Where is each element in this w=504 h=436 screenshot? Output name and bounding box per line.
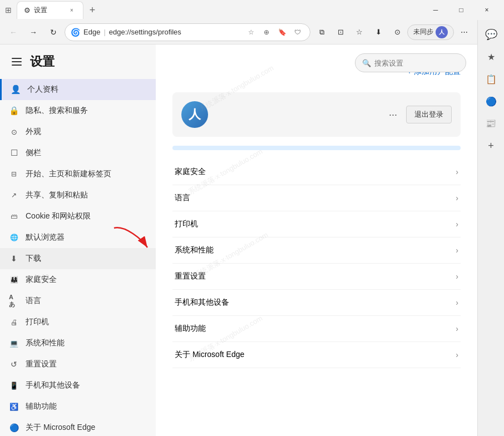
collections-btn[interactable]: ⧉: [313, 23, 330, 41]
nav-item-appearance[interactable]: ⊙ 外观: [0, 121, 156, 142]
nav-item-cookies[interactable]: 🗃 Cookie 和网站权限: [0, 206, 156, 227]
back-btn[interactable]: ←: [4, 23, 22, 41]
address-bar-container[interactable]: 🌀 Edge | ☆ ⊕ 🔖 🛡: [65, 23, 310, 41]
tab-bar: ⚙ 设置 × +: [17, 1, 421, 19]
reset-item-label: 重置设置: [175, 271, 206, 281]
sync-btn[interactable]: 未同步 人: [407, 24, 454, 40]
nav-item-privacy[interactable]: 🔒 隐私、搜索和服务: [0, 100, 156, 121]
nav-item-accessibility[interactable]: ♿ 辅助功能: [0, 396, 156, 417]
accessibility-item-label: 辅助功能: [175, 324, 206, 334]
nav-item-mobile[interactable]: 📱 手机和其他设备: [0, 375, 156, 396]
favorite-btn[interactable]: ☆: [244, 26, 258, 39]
appearance-label: 外观: [26, 127, 41, 137]
collections-sidebar-btn[interactable]: 📋: [481, 69, 501, 89]
minimize-btn[interactable]: ─: [423, 1, 448, 19]
nav-item-printer[interactable]: 🖨 打印机: [0, 311, 156, 333]
shield-btn[interactable]: 🛡: [291, 26, 304, 39]
list-item-language[interactable]: 语言 ›: [172, 185, 461, 211]
nav-bar: ← → ↻ 🌀 Edge | ☆ ⊕ 🔖 🛡 ⧉ ⊡ ☆ ⬇ ⊙ 未同步: [0, 20, 477, 44]
start-icon: ⊟: [9, 169, 19, 179]
list-item-accessibility[interactable]: 辅助功能 ›: [172, 316, 461, 342]
new-tab-btn[interactable]: +: [85, 2, 100, 18]
copilot-btn[interactable]: ⊕: [260, 26, 273, 39]
nav-item-profile[interactable]: 👤 个人资料: [0, 79, 156, 100]
about-chevron: ›: [456, 350, 458, 359]
mobile-icon: 📱: [9, 380, 19, 390]
address-bar-icons: ☆ ⊕ 🔖 🛡: [244, 26, 304, 39]
list-item-reset[interactable]: 重置设置 ›: [172, 264, 461, 290]
reset-chevron: ›: [456, 272, 458, 281]
sidebar-toggle-btn[interactable]: ⊞: [4, 6, 12, 14]
search-box[interactable]: 🔍: [355, 53, 466, 72]
active-tab[interactable]: ⚙ 设置 ×: [17, 1, 83, 19]
nav-item-system[interactable]: 💻 系统和性能: [0, 333, 156, 354]
hamburger-btn[interactable]: [9, 54, 24, 70]
language-icon: Aあ: [9, 296, 19, 306]
forward-btn[interactable]: →: [24, 23, 42, 41]
nav-item-start[interactable]: ⊟ 开始、主页和新建标签页: [0, 164, 156, 185]
address-input[interactable]: [109, 28, 241, 36]
profile-toolbar-btn[interactable]: ⊙: [388, 23, 406, 41]
nav-item-language[interactable]: Aあ 语言: [0, 290, 156, 311]
profile-more-btn[interactable]: ···: [384, 107, 402, 123]
list-item-about[interactable]: 关于 Microsoft Edge ›: [172, 342, 461, 368]
list-item-system[interactable]: 系统和性能 ›: [172, 237, 461, 264]
settings-content: 🔍 + 添加用户配置 人 ··· 退出登录: [156, 44, 477, 436]
system-label: 系统和性能: [26, 338, 65, 348]
split-btn[interactable]: ⊡: [332, 23, 349, 41]
nav-item-reset[interactable]: ↺ 重置设置: [0, 354, 156, 375]
accessibility-chevron: ›: [456, 324, 458, 333]
start-label: 开始、主页和新建标签页: [26, 169, 111, 179]
settings-main-area: 设置 👤 个人资料 🔒 隐私、搜索和服务 ⊙ 外观 ☐ 侧栏 ⊟ 开始、主页和新: [0, 44, 477, 436]
copilot-toolbar-btn[interactable]: ☆: [350, 23, 368, 41]
about-item-label: 关于 Microsoft Edge: [175, 350, 244, 360]
about-label: 关于 Microsoft Edge: [26, 423, 95, 433]
family-item-label: 家庭安全: [175, 167, 206, 177]
tab-favicon: ⚙: [24, 6, 31, 14]
hamburger-line-3: [12, 65, 22, 66]
nav-item-downloads[interactable]: ⬇ 下载: [0, 248, 156, 269]
browser-toolbar-right: ⧉ ⊡ ☆ ⬇ ⊙ 未同步 人 ⋯: [313, 23, 473, 41]
download-toolbar-btn[interactable]: ⬇: [369, 23, 387, 41]
system-chevron: ›: [456, 246, 458, 255]
language-item-label: 语言: [175, 193, 190, 203]
about-icon: 🔵: [9, 423, 19, 433]
edge-sidebar-btn[interactable]: 🔵: [481, 91, 501, 111]
nav-item-sidebar[interactable]: ☐ 侧栏: [0, 142, 156, 164]
family-chevron: ›: [456, 167, 458, 176]
refresh-btn[interactable]: ↻: [45, 23, 62, 41]
list-item-printer[interactable]: 打印机 ›: [172, 211, 461, 237]
add-sidebar-btn[interactable]: +: [481, 136, 501, 156]
nav-item-family[interactable]: 👨‍👩‍👧 家庭安全: [0, 269, 156, 290]
system-item-label: 系统和性能: [175, 245, 214, 255]
printer-chevron: ›: [456, 220, 458, 229]
news-sidebar-btn[interactable]: 📰: [481, 113, 501, 133]
blue-highlight-bar: [172, 146, 461, 150]
favorites-sidebar-btn[interactable]: ★: [481, 47, 501, 67]
window-controls-right: ─ □ ×: [423, 1, 500, 19]
search-icon: 🔍: [362, 59, 371, 67]
privacy-icon: 🔒: [9, 106, 19, 116]
nav-item-about[interactable]: 🔵 关于 Microsoft Edge: [0, 417, 156, 436]
printer-label: 打印机: [26, 317, 49, 327]
reset-icon: ↺: [9, 359, 19, 369]
list-item-mobile[interactable]: 手机和其他设备 ›: [172, 290, 461, 316]
logout-btn[interactable]: 退出登录: [406, 106, 452, 123]
feedback-btn[interactable]: 🔖: [275, 26, 289, 39]
nav-item-share[interactable]: ↗ 共享、复制和粘贴: [0, 185, 156, 206]
family-icon: 👨‍👩‍👧: [9, 275, 19, 285]
copilot-sidebar-btn[interactable]: 💬: [481, 24, 501, 44]
reset-label: 重置设置: [26, 359, 57, 369]
sidebar-label: 侧栏: [26, 148, 41, 158]
nav-item-browser[interactable]: 🌐 默认浏览器: [0, 227, 156, 248]
printer-item-label: 打印机: [175, 219, 198, 229]
list-item-family[interactable]: 家庭安全 ›: [172, 159, 461, 185]
close-btn[interactable]: ×: [474, 1, 500, 19]
accessibility-icon: ♿: [9, 402, 19, 412]
maximize-btn[interactable]: □: [448, 1, 474, 19]
settings-more-btn[interactable]: ⋯: [455, 23, 473, 41]
search-input[interactable]: [374, 59, 459, 67]
appearance-icon: ⊙: [9, 127, 19, 137]
address-separator: |: [103, 28, 105, 36]
tab-close-btn[interactable]: ×: [67, 6, 76, 15]
